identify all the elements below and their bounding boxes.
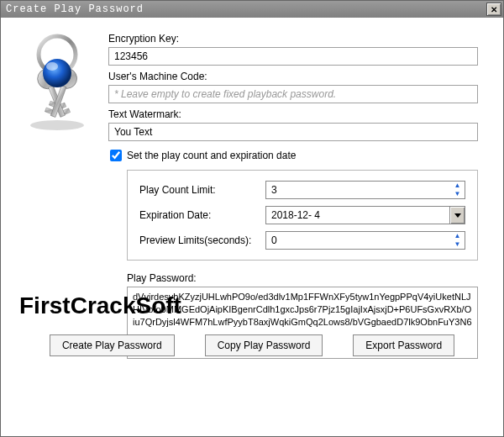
- spinner-up-icon[interactable]: ▲: [450, 232, 465, 240]
- encryption-key-input[interactable]: [108, 47, 478, 66]
- svg-point-12: [43, 59, 71, 87]
- chevron-down-icon[interactable]: [449, 207, 465, 224]
- watermark-overlay: FirstCrackSoft: [19, 292, 181, 319]
- text-watermark-label: Text Watermark:: [108, 108, 478, 120]
- window-title: Create Play Password: [6, 3, 144, 15]
- spinner-up-icon[interactable]: ▲: [450, 182, 465, 190]
- machine-code-input[interactable]: [108, 85, 478, 103]
- text-watermark-input[interactable]: [108, 123, 478, 141]
- svg-point-0: [30, 120, 84, 130]
- limits-fieldset: Play Count Limit: 3 ▲ ▼ Expiration Date:: [127, 170, 478, 261]
- expiration-date-value: 2018-12- 4: [266, 209, 449, 221]
- svg-rect-6: [63, 108, 70, 114]
- copy-play-password-button[interactable]: Copy Play Password: [205, 334, 323, 356]
- spinner-down-icon[interactable]: ▼: [450, 190, 465, 198]
- expiration-date-picker[interactable]: 2018-12- 4: [265, 206, 465, 224]
- set-play-count-checkbox[interactable]: [110, 150, 122, 161]
- preview-limits-spinner[interactable]: 0 ▲ ▼: [265, 231, 465, 250]
- create-play-password-button[interactable]: Create Play Password: [50, 334, 175, 356]
- play-count-limit-label: Play Count Limit:: [139, 184, 265, 196]
- content: Encryption Key: User's Machine Code: Tex…: [1, 18, 503, 371]
- machine-code-label: User's Machine Code:: [108, 71, 478, 82]
- svg-point-13: [46, 62, 58, 71]
- play-count-limit-value: 3: [266, 184, 449, 196]
- preview-limits-value: 0: [266, 234, 449, 246]
- encryption-key-label: Encryption Key:: [108, 33, 478, 45]
- preview-limits-label: Preview Limits(seconds):: [139, 234, 265, 246]
- play-count-limit-spinner[interactable]: 3 ▲ ▼: [265, 181, 465, 199]
- spinner-down-icon[interactable]: ▼: [450, 240, 465, 249]
- svg-rect-11: [45, 108, 52, 113]
- keys-icon: [19, 28, 95, 141]
- close-icon: ✕: [491, 5, 497, 14]
- expiration-date-label: Expiration Date:: [139, 209, 265, 221]
- play-password-label: Play Password:: [127, 272, 478, 284]
- window: Create Play Password ✕: [0, 0, 504, 437]
- titlebar: Create Play Password ✕: [1, 1, 503, 18]
- close-button[interactable]: ✕: [486, 3, 501, 16]
- export-password-button[interactable]: Export Password: [353, 334, 454, 356]
- set-play-count-label: Set the play count and expiration date: [127, 150, 296, 161]
